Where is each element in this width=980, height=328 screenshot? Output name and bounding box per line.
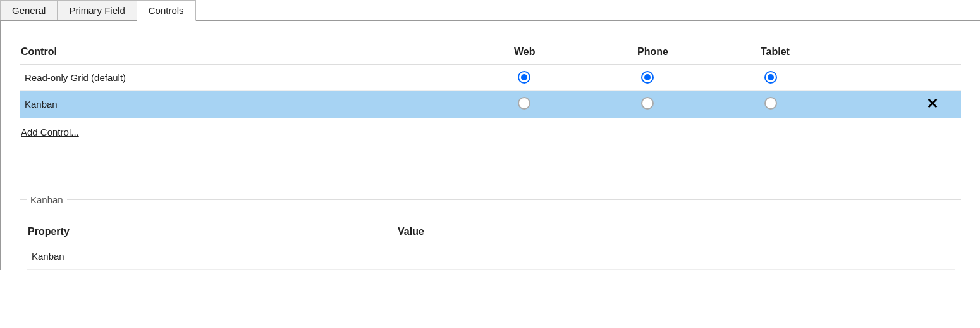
control-row[interactable]: Kanban [20, 91, 961, 118]
properties-header: Property Value [27, 221, 955, 243]
tab-general[interactable]: General [0, 0, 58, 20]
tab-primary-field[interactable]: Primary Field [57, 0, 137, 20]
add-control-link[interactable]: Add Control... [21, 127, 79, 137]
control-name: Kanban [25, 99, 518, 110]
radio-web[interactable] [518, 97, 530, 110]
close-icon[interactable] [927, 100, 938, 111]
properties-panel: Kanban Property Value Kanban [20, 194, 961, 270]
control-name: Read-only Grid (default) [25, 72, 518, 83]
radio-web[interactable] [518, 71, 530, 84]
radio-phone[interactable] [641, 97, 654, 110]
radio-tablet[interactable] [764, 97, 777, 110]
control-row[interactable]: Read-only Grid (default) [20, 65, 961, 91]
tab-controls-label: Controls [149, 5, 184, 16]
tab-general-label: General [12, 5, 46, 16]
header-web: Web [514, 46, 637, 58]
property-row[interactable]: Kanban [27, 243, 955, 270]
header-property: Property [28, 226, 398, 237]
tab-controls[interactable]: Controls [137, 0, 196, 21]
radio-tablet[interactable] [764, 71, 777, 84]
header-phone: Phone [637, 46, 761, 58]
header-value: Value [398, 226, 953, 237]
tab-primary-field-label: Primary Field [69, 5, 125, 16]
property-value [401, 251, 950, 262]
properties-legend: Kanban [27, 194, 67, 205]
radio-phone[interactable] [641, 71, 654, 84]
header-control: Control [21, 46, 514, 58]
header-tablet: Tablet [761, 46, 884, 58]
tab-content: Control Web Phone Tablet Read-only Grid … [0, 21, 980, 270]
tabs-bar: General Primary Field Controls [0, 0, 980, 21]
controls-header: Control Web Phone Tablet [20, 40, 961, 65]
property-name: Kanban [32, 251, 401, 262]
